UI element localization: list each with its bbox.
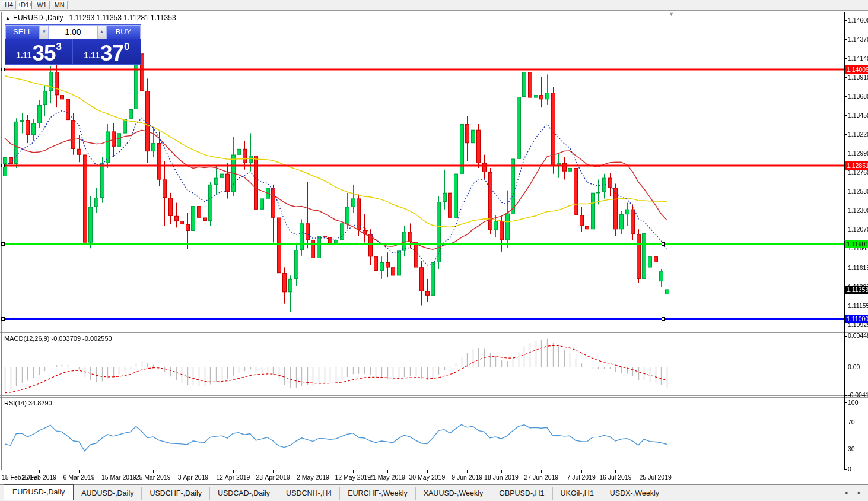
volume-decrease-button[interactable]: ▼ — [40, 25, 49, 39]
symbol-tab-eurusd-daily[interactable]: EURUSD-,Daily — [4, 484, 74, 500]
toolbar-divider — [72, 1, 72, 9]
timeframe-button-h4[interactable]: H4 — [2, 1, 16, 9]
chart-symbol-label: EURUSD-,Daily — [13, 14, 63, 22]
sell-price-pip: 3 — [56, 41, 62, 53]
timeframe-toolbar: H4D1W1MN — [0, 0, 868, 11]
sell-price-big: 35 — [32, 44, 55, 62]
price-line-label-1.11000: 1.11000 — [845, 315, 868, 323]
timeframe-button-w1[interactable]: W1 — [34, 1, 50, 9]
rsi-indicator-label: RSI(14) 34.8290 — [4, 399, 52, 407]
sell-price-display[interactable]: 1.11 35 3 — [5, 39, 73, 64]
timeframe-button-d1[interactable]: D1 — [18, 1, 32, 9]
symbol-tab-audusd-daily[interactable]: AUDUSD-,Daily — [74, 487, 142, 500]
macd-indicator-label: MACD(12,26,9) -0.003709 -0.002550 — [4, 335, 112, 342]
collapse-panel-icon[interactable]: ▲ — [5, 15, 10, 21]
chart-shift-marker-icon[interactable]: ▼ — [669, 11, 674, 17]
price-line-label-1.14009: 1.14009 — [845, 65, 868, 74]
buy-price-pip: 0 — [124, 41, 129, 53]
buy-price-big: 37 — [100, 44, 123, 62]
volume-increase-button[interactable]: ▲ — [97, 25, 106, 39]
current-price-label: 1.11353 — [845, 286, 868, 294]
chart-ohlc-values: 1.11293 1.11353 1.11281 1.11353 — [69, 14, 176, 22]
tab-scroll-left-icon[interactable]: ◄ — [841, 489, 851, 496]
volume-input[interactable] — [49, 25, 97, 39]
tab-scroll-controls: ◄ ► — [841, 489, 864, 496]
symbol-tab-usdchf-daily[interactable]: USDCHF-,Daily — [142, 487, 210, 500]
price-line-label-1.11901: 1.11901 — [845, 240, 868, 248]
chart-title: ▲ EURUSD-,Daily 1.11293 1.11353 1.11281 … — [5, 14, 176, 22]
symbol-tab-usdx-weekly[interactable]: USDX-,Weekly — [602, 487, 667, 500]
timeframe-button-mn[interactable]: MN — [52, 1, 68, 9]
one-click-trade-panel: SELL ▼ ▲ BUY 1.11 35 3 1.11 37 0 — [5, 24, 141, 65]
symbol-tab-ukoil-h1[interactable]: UKOil-,H1 — [553, 487, 602, 500]
mt4-terminal: { "toolbar": { "timeframes": ["H4","D1",… — [0, 0, 868, 501]
symbol-tab-bar: EURUSD-,DailyAUDUSD-,DailyUSDCHF-,DailyU… — [0, 484, 868, 501]
symbol-tab-usdcnh-h4[interactable]: USDCNH-,H4 — [278, 487, 340, 500]
buy-price-display[interactable]: 1.11 37 0 — [73, 39, 141, 64]
symbol-tab-gbpusd-h1[interactable]: GBPUSD-,H1 — [491, 487, 552, 500]
buy-button[interactable]: BUY — [106, 25, 141, 39]
tab-scroll-right-icon[interactable]: ► — [854, 489, 864, 496]
price-chart-canvas[interactable] — [0, 11, 868, 484]
symbol-tab-xauusd-weekly[interactable]: XAUUSD-,Weekly — [416, 487, 491, 500]
sell-price-prefix: 1.11 — [16, 50, 31, 60]
symbol-tab-eurchf-weekly[interactable]: EURCHF-,Weekly — [340, 487, 415, 500]
symbol-tab-usdcad-daily[interactable]: USDCAD-,Daily — [210, 487, 278, 500]
buy-price-prefix: 1.11 — [84, 50, 99, 60]
price-line-label-1.12851: 1.12851 — [845, 161, 868, 170]
sell-button[interactable]: SELL — [5, 25, 40, 39]
